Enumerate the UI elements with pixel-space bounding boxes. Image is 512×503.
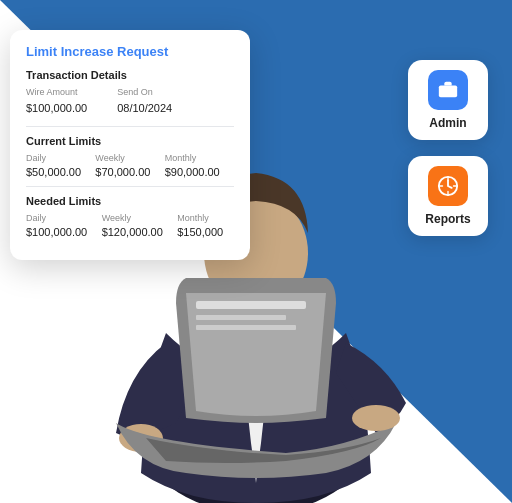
reports-label: Reports xyxy=(425,212,470,226)
divider-2 xyxy=(26,186,234,187)
send-on-value: 08/10/2024 xyxy=(117,102,172,114)
current-weekly-value: $70,000.00 xyxy=(95,166,164,178)
needed-monthly-label: Monthly xyxy=(177,213,234,226)
card-title: Limit Increase Request xyxy=(26,44,234,59)
send-on-label: Send On xyxy=(117,87,172,97)
svg-rect-5 xyxy=(196,315,286,320)
current-daily-label: Daily xyxy=(26,153,95,166)
needed-monthly-value: $150,000 xyxy=(177,226,234,238)
wire-amount-col: Wire Amount $100,000.00 xyxy=(26,87,87,116)
wire-amount-label: Wire Amount xyxy=(26,87,87,97)
current-daily-value: $50,000.00 xyxy=(26,166,95,178)
current-limits-heading: Current Limits xyxy=(26,135,234,147)
wire-amount-value: $100,000.00 xyxy=(26,102,87,114)
needed-daily-value: $100,000.00 xyxy=(26,226,102,238)
transaction-details-heading: Transaction Details xyxy=(26,69,234,81)
scene: Limit Increase Request Transaction Detai… xyxy=(0,0,512,503)
needed-limits-heading: Needed Limits xyxy=(26,195,234,207)
reports-icon-bg xyxy=(428,166,468,206)
current-weekly-label: Weekly xyxy=(95,153,164,166)
send-on-col: Send On 08/10/2024 xyxy=(117,87,172,116)
admin-icon xyxy=(437,79,459,101)
divider-1 xyxy=(26,126,234,127)
needed-weekly-label: Weekly xyxy=(102,213,178,226)
transaction-details-row: Wire Amount $100,000.00 Send On 08/10/20… xyxy=(26,87,234,116)
svg-rect-6 xyxy=(196,325,296,330)
svg-point-7 xyxy=(352,405,400,431)
svg-rect-4 xyxy=(196,301,306,309)
admin-badge[interactable]: Admin xyxy=(408,60,488,140)
badge-container: Admin Reports xyxy=(408,60,488,236)
limit-increase-card: Limit Increase Request Transaction Detai… xyxy=(10,30,250,260)
needed-limits-table: Daily Weekly Monthly $100,000.00 $120,00… xyxy=(26,213,234,238)
current-monthly-value: $90,000.00 xyxy=(165,166,234,178)
needed-daily-label: Daily xyxy=(26,213,102,226)
current-limits-table: Daily Weekly Monthly $50,000.00 $70,000.… xyxy=(26,153,234,178)
current-monthly-label: Monthly xyxy=(165,153,234,166)
needed-weekly-value: $120,000.00 xyxy=(102,226,178,238)
reports-icon xyxy=(437,175,459,197)
admin-label: Admin xyxy=(429,116,466,130)
reports-badge[interactable]: Reports xyxy=(408,156,488,236)
admin-icon-bg xyxy=(428,70,468,110)
